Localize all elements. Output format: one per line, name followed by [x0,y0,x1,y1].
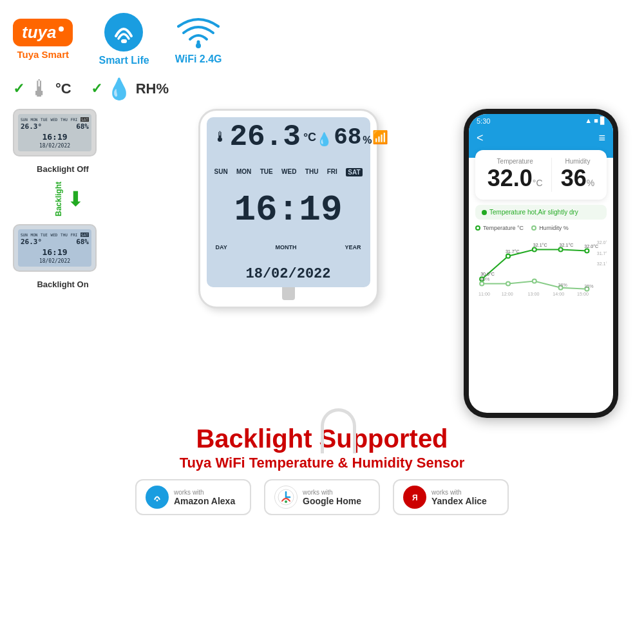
lcd-label-month: MONTH [276,244,297,251]
lcd-thermo-icon: 🌡 [213,129,227,146]
device-stand [282,287,295,300]
temp-reading: Temperature 32.0 °C [488,158,543,192]
google-works-with: works with [303,489,361,496]
svg-text:35%: 35% [584,284,594,289]
svg-text:36%: 36% [558,283,568,288]
svg-point-13 [533,279,536,283]
svg-text:32.0°C: 32.0°C [584,244,598,249]
temperature-feature: ✓ 🌡 °C [13,75,71,102]
features-row: ✓ 🌡 °C ✓ 💧 RH% [0,66,644,102]
hum-reading-value: 36 [561,165,587,192]
lcd-day-tue: TUE [260,168,273,176]
phone-status-text: Temperature hot,Air slightly dry [475,205,607,220]
lcd-drop-icon: 💧 [316,131,332,147]
svg-rect-1 [121,39,127,43]
yandex-name: Yandex Alice [431,496,487,506]
svg-text:31.7°C: 31.7°C [506,249,520,254]
svg-text:32.1°C: 32.1°C [597,261,607,267]
main-device: 🌡 26.3 °C 💧 68 % 📶 SUN [198,109,379,308]
drop-icon: 💧 [106,77,132,101]
lcd-time-display: 16:19 [213,192,364,228]
left-column: SUNMONTUEWEDTHUFRISAT 26.3°68% 16:19 18/… [13,109,113,418]
small-lcd-off: SUNMONTUEWEDTHUFRISAT 26.3°68% 16:19 18/… [18,114,91,151]
celsius-label: °C [55,80,71,97]
svg-text:12:00: 12:00 [502,292,513,297]
svg-text:Я: Я [412,493,418,502]
thermometer-icon: 🌡 [28,75,52,102]
reading-divider [551,158,552,192]
small-days-on: SUNMONTUEWEDTHUFRISAT [21,232,89,237]
device-cable [321,408,356,453]
lcd-wifi-icon: 📶 [372,129,388,145]
backlight-on-label: Backlight On [13,279,113,289]
backlight-off-label: Backlight Off [13,164,113,174]
phone-status-icons: ▲ ■ ▊ [585,117,605,125]
wifi-icon [176,14,221,52]
legend-hum-dot [531,225,536,231]
google-home-icon [274,486,298,509]
alexa-works-with: works with [174,489,235,496]
legend-temp-dot [475,225,480,231]
tuya-dot-icon [59,26,64,32]
smart-life-icon [103,12,145,53]
hum-reading: Humidity 36 % [561,158,595,192]
svg-text:32.1°C: 32.1°C [560,243,574,248]
main-content: SUNMONTUEWEDTHUFRISAT 26.3°68% 16:19 18/… [0,102,644,418]
backlight-arrow-text: Backlight [54,182,63,216]
lcd-label-day: DAY [216,244,227,251]
lcd-day-sat: SAT [346,168,362,176]
lcd-day-sun: SUN [214,168,228,176]
lcd-label-year: YEAR [345,244,361,251]
phone-back-icon[interactable]: < [477,131,484,145]
tuya-logo: tuya Tuya Smart [13,19,73,60]
google-badge-text: works with Google Home [303,489,361,506]
google-badge: works with Google Home [264,479,380,515]
lcd-day-mon: MON [236,168,251,176]
chart-svg: 32.0°C 31.7°C 32.1°C [475,234,607,298]
alexa-badge-text: works with Amazon Alexa [174,489,235,506]
yandex-icon: Я [403,486,426,509]
svg-text:13:00: 13:00 [528,292,540,297]
hum-reading-unit: % [587,178,594,188]
svg-text:32.1°C: 32.1°C [533,243,547,248]
svg-text:40%: 40% [480,277,490,282]
svg-point-12 [506,281,510,285]
svg-text:11:00: 11:00 [478,292,490,297]
backlight-arrow-container: Backlight ⬇ [13,182,113,216]
small-time-off: 16:19 [21,132,89,142]
rh-label: RH% [136,80,169,97]
small-device-on: SUNMONTUEWEDTHUFRISAT 26.3°68% 16:19 18/… [13,224,97,272]
svg-point-2 [196,43,201,48]
svg-point-7 [506,254,510,258]
lcd-temp-unit: °C [303,131,316,144]
smart-life-logo: Smart Life [99,12,149,66]
yandex-badge-text: works with Yandex Alice [431,489,487,506]
phone-time: 5:30 [477,117,490,125]
chart-legend: Temperature °C Humidity % [475,225,607,231]
lcd-day-thu: THU [305,168,319,176]
small-days-off: SUNMONTUEWEDTHUFRISAT [21,117,89,122]
svg-text:14:00: 14:00 [553,292,564,297]
legend-hum: Humidity % [531,225,569,231]
phone-status-bar: 5:30 ▲ ■ ▊ [469,114,613,128]
svg-point-32 [285,500,287,503]
right-column: 5:30 ▲ ■ ▊ < ≡ Temperature 32.0 °C [464,109,631,418]
svg-point-0 [104,13,143,52]
alexa-icon [146,486,169,509]
humidity-feature: ✓ 💧 RH% [91,77,169,101]
lcd-temp-value: 26.3 [230,122,301,152]
down-arrow-icon: ⬇ [67,189,84,209]
tuya-brand-box: tuya [13,19,73,46]
lcd-icons-left: 🌡 26.3 °C [213,122,317,152]
google-name: Google Home [303,496,361,506]
legend-temp-label: Temperature °C [483,225,524,231]
hum-reading-label: Humidity [565,158,591,165]
wifi-label: WiFi 2.4G [175,53,222,65]
phone-menu-icon[interactable]: ≡ [598,131,605,145]
lcd-date-display: 18/02/2022 [213,266,364,282]
tuya-label: Tuya Smart [17,49,69,60]
small-date-off: 18/02/2022 [21,143,89,149]
lcd-date-labels: DAY MONTH YEAR [213,244,364,251]
phone-reading-card: Temperature 32.0 °C Humidity 36 % [475,150,607,200]
product-title: Tuya WiFi Temperature & Humidity Sensor [13,455,631,471]
